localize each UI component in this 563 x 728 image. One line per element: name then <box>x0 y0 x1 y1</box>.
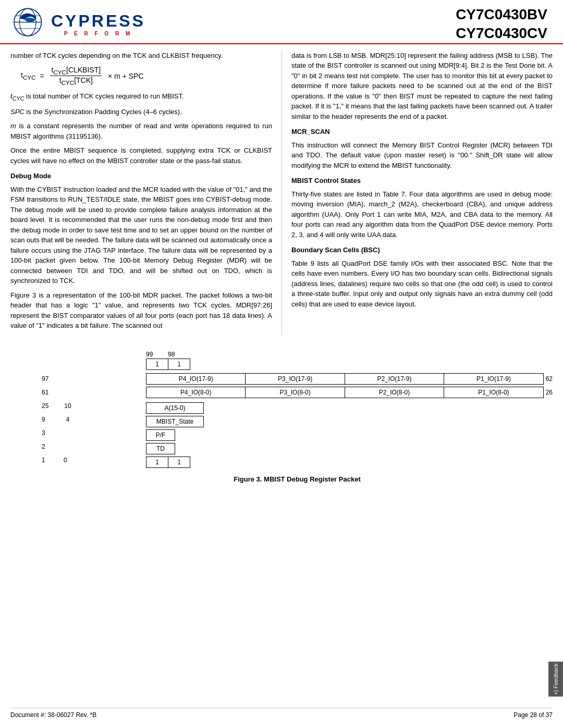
continued-text: data is from LSB to MSB. MDR[25:10] repr… <box>291 51 553 122</box>
row-3: 3 P/F <box>42 429 553 441</box>
row-25-labels-row: 25 10 <box>42 402 146 410</box>
product-title: CY7C0430BV CY7C0430CV <box>456 5 547 43</box>
table-row: P4_IO(17-9) P3_IO(17-9) P2_IO(17-9) P1_I… <box>146 373 544 384</box>
row-99-98-labels: 99 98 1 1 <box>42 351 553 370</box>
bsc-heading: Boundary Scan Cells (BSC) <box>291 245 553 255</box>
row-61-26-table: P4_IO(8-0) P3_IO(8-0) P2_IO(8-0) P1_IO(8… <box>146 387 544 398</box>
table-row: TD <box>146 443 175 454</box>
row-25-table: A(15-0) <box>146 402 204 414</box>
brand-text: CYPRESS P E R F O R M <box>51 11 145 36</box>
right-label-26: 26 <box>544 389 553 396</box>
diagram-area: 99 98 1 1 97 P4_IO(17-9) P3_IO(17-9) P2_… <box>0 340 563 493</box>
spc-desc: SPC is the Synchronization Padding Cycle… <box>10 107 272 117</box>
row-97-side-labels: 97 <box>42 375 146 382</box>
row-3-label: 3 <box>42 429 146 437</box>
top-bit-numbers: 99 98 <box>146 351 190 358</box>
mbist-control-heading: MBIST Control States <box>291 176 553 186</box>
once-text: Once the entire MBIST sequence is comple… <box>10 145 272 166</box>
row-9-cell: MBIST_State <box>146 416 204 427</box>
m-desc: m is a constant represents the number of… <box>10 121 272 141</box>
figure3-ref: Figure 3 is a representation of the 100-… <box>10 290 272 331</box>
mcr-scan-heading: MCR_SCAN <box>291 127 553 137</box>
row-2: 2 TD <box>42 443 553 454</box>
row-61-26: 61 P4_IO(8-0) P3_IO(8-0) P2_IO(8-0) P1_I… <box>42 387 553 398</box>
formula-block: tCYC = tCYC[CLKBIST] tCYC[TCK] × m + SPC <box>21 66 272 86</box>
table-row: P4_IO(8-0) P3_IO(8-0) P2_IO(8-0) P1_IO(8… <box>146 387 544 398</box>
mbist-control-text: Thirty-five states are listed in Table 7… <box>291 189 553 240</box>
table-row: 1 1 <box>146 456 190 467</box>
row-1-0-nums: 1 0 <box>42 456 146 464</box>
figure-caption: Figure 3. MBIST Debug Register Packet <box>42 475 553 483</box>
product-line1: CY7C0430BV <box>456 5 547 24</box>
row-61-side-labels: 61 <box>42 389 146 396</box>
row-1-0: 1 0 1 1 <box>42 456 553 468</box>
row-97-62: 97 P4_IO(17-9) P3_IO(17-9) P2_IO(17-9) P… <box>42 373 553 385</box>
row-1-0-table: 1 1 <box>146 456 190 468</box>
cypress-logo-icon <box>10 6 47 42</box>
row-97-62-table: P4_IO(17-9) P3_IO(17-9) P2_IO(17-9) P1_I… <box>146 373 544 385</box>
bsc-text: Table 9 lists all QuadPort DSE family I/… <box>291 258 553 310</box>
cypress-label: CYPRESS <box>51 11 145 31</box>
row-3-table: P/F <box>146 429 175 441</box>
main-content: number of TCK cycles depending on the TC… <box>0 51 563 335</box>
row-9-table: MBIST_State <box>146 416 204 427</box>
row-2-cell: TD <box>146 443 175 454</box>
page-footer: Document #: 38-06027 Rev. *B Page 28 of … <box>10 708 553 719</box>
tcyc-desc: tCYC is total number of TCK cycles requi… <box>10 91 272 103</box>
debug-mode-text: With the CYBIST instruction loaded and t… <box>10 184 272 286</box>
perform-label: P E R F O R M <box>64 31 133 36</box>
formula-line: tCYC = tCYC[CLKBIST] tCYC[TCK] × m + SPC <box>21 66 272 86</box>
table-row: 1 1 <box>146 359 190 369</box>
table-row: P/F <box>146 429 175 440</box>
feedback-button[interactable]: +| Feedback <box>548 662 563 697</box>
document-number: Document #: 38-06027 Rev. *B <box>10 711 96 719</box>
table-row: A(15-0) <box>146 402 204 413</box>
intro-paragraph: number of TCK cycles depending on the TC… <box>10 51 272 61</box>
page-number: Page 28 of 37 <box>513 711 553 719</box>
mcr-scan-text: This instruction will connect the Memory… <box>291 140 553 171</box>
formula-fraction: tCYC[CLKBIST] tCYC[TCK] <box>50 66 102 86</box>
row-3-cell: P/F <box>146 429 175 441</box>
row-25-10: 25 10 A(15-0) <box>42 402 553 414</box>
page-header: CYPRESS P E R F O R M CY7C0430BV CY7C043… <box>0 0 563 44</box>
row-99-98-table: 1 1 <box>146 359 190 370</box>
row-2-table: TD <box>146 443 175 454</box>
left-column: number of TCK cycles depending on the TC… <box>10 51 282 335</box>
table-row: MBIST_State <box>146 416 204 427</box>
debug-mode-heading: Debug Mode <box>10 171 272 181</box>
right-label-62: 62 <box>544 375 553 382</box>
row-99-98-block: 99 98 1 1 <box>146 351 190 370</box>
row-9-labels-row: 9 4 <box>42 416 146 423</box>
right-column: data is from LSB to MSB. MDR[25:10] repr… <box>282 51 553 335</box>
product-line2: CY7C0430CV <box>456 24 547 43</box>
row-2-label: 2 <box>42 443 146 450</box>
logo-area: CYPRESS P E R F O R M <box>10 6 145 42</box>
row-9-4: 9 4 MBIST_State <box>42 416 553 427</box>
row-25-cell: A(15-0) <box>146 402 204 414</box>
